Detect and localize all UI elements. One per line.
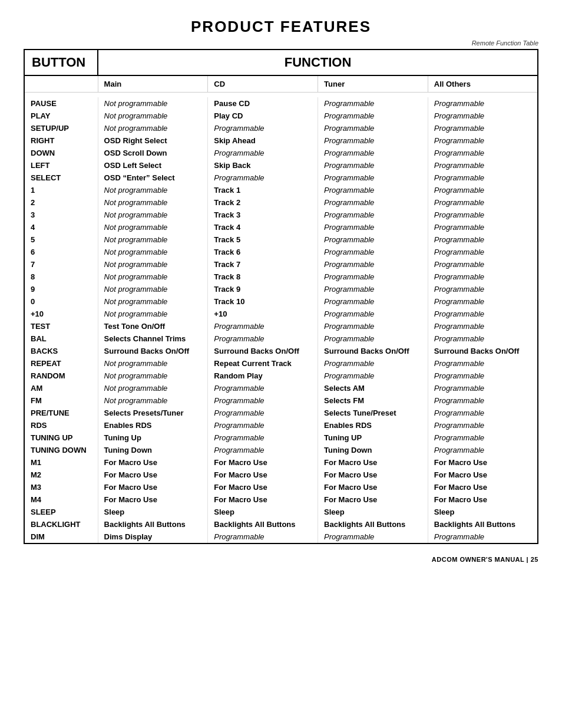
others-cell: Programmable xyxy=(428,531,538,543)
btn-cell: TUNING DOWN xyxy=(24,444,98,456)
others-cell: Backlights All Buttons xyxy=(428,518,538,531)
btn-cell: PLAY xyxy=(24,110,98,122)
others-cell: Programmable xyxy=(428,370,538,382)
table-row: 4 Not programmable Track 4 Programmable … xyxy=(24,221,538,233)
btn-cell: M1 xyxy=(24,456,98,469)
table-row: RDS Enables RDS Programmable Enables RDS… xyxy=(24,419,538,431)
btn-cell: 5 xyxy=(24,233,98,246)
tuner-cell: Programmable xyxy=(318,122,428,134)
tuner-cell: Selects AM xyxy=(318,382,428,394)
btn-cell: FM xyxy=(24,394,98,407)
cd-cell: Track 8 xyxy=(208,271,318,283)
btn-cell: RANDOM xyxy=(24,370,98,382)
tuner-cell: Programmable xyxy=(318,283,428,295)
btn-cell: 9 xyxy=(24,283,98,295)
btn-cell: RDS xyxy=(24,419,98,431)
cd-cell: Track 6 xyxy=(208,246,318,258)
cd-cell: Pause CD xyxy=(208,97,318,110)
others-cell: For Macro Use xyxy=(428,469,538,481)
others-cell: Surround Backs On/Off xyxy=(428,345,538,357)
btn-cell: SETUP/UP xyxy=(24,122,98,134)
tuner-cell: Programmable xyxy=(318,196,428,209)
main-cell: Backlights All Buttons xyxy=(98,518,208,531)
tuner-cell: Selects Tune/Preset xyxy=(318,407,428,419)
col-cd-label: CD xyxy=(208,75,318,93)
cd-cell: For Macro Use xyxy=(208,469,318,481)
table-row: LEFT OSD Left Select Skip Back Programma… xyxy=(24,159,538,172)
main-cell: Selects Presets/Tuner xyxy=(98,407,208,419)
table-row: RANDOM Not programmable Random Play Prog… xyxy=(24,370,538,382)
btn-cell: BACKS xyxy=(24,345,98,357)
cd-cell: Programmable xyxy=(208,122,318,134)
others-cell: Programmable xyxy=(428,357,538,370)
btn-cell: PAUSE xyxy=(24,97,98,110)
cd-cell: Programmable xyxy=(208,382,318,394)
cd-cell: For Macro Use xyxy=(208,493,318,506)
others-cell: Programmable xyxy=(428,209,538,221)
btn-cell: 7 xyxy=(24,258,98,271)
main-cell: For Macro Use xyxy=(98,456,208,469)
others-cell: Sleep xyxy=(428,506,538,518)
tuner-cell: Programmable xyxy=(318,172,428,184)
table-row: FM Not programmable Programmable Selects… xyxy=(24,394,538,407)
main-cell: Not programmable xyxy=(98,394,208,407)
btn-cell: 1 xyxy=(24,184,98,196)
main-cell: Test Tone On/Off xyxy=(98,320,208,332)
cd-cell: Programmable xyxy=(208,419,318,431)
table-row: 5 Not programmable Track 5 Programmable … xyxy=(24,233,538,246)
tuner-cell: Programmable xyxy=(318,233,428,246)
main-cell: For Macro Use xyxy=(98,469,208,481)
table-row: DOWN OSD Scroll Down Programmable Progra… xyxy=(24,147,538,159)
main-cell: Not programmable xyxy=(98,295,208,308)
main-cell: Not programmable xyxy=(98,97,208,110)
cd-cell: Sleep xyxy=(208,506,318,518)
tuner-cell: Tuning UP xyxy=(318,431,428,444)
cd-cell: Programmable xyxy=(208,444,318,456)
main-cell: Not programmable xyxy=(98,271,208,283)
cd-cell: +10 xyxy=(208,308,318,320)
table-row: BLACKLIGHT Backlights All Buttons Backli… xyxy=(24,518,538,531)
subtitle: Remote Function Table xyxy=(24,39,538,47)
cd-cell: For Macro Use xyxy=(208,481,318,493)
btn-cell: +10 xyxy=(24,308,98,320)
table-row: PLAY Not programmable Play CD Programmab… xyxy=(24,110,538,122)
cd-cell: Random Play xyxy=(208,370,318,382)
cd-cell: Programmable xyxy=(208,172,318,184)
main-cell: Not programmable xyxy=(98,370,208,382)
main-cell: Not programmable xyxy=(98,258,208,271)
others-cell: Programmable xyxy=(428,308,538,320)
others-cell: Programmable xyxy=(428,407,538,419)
tuner-cell: Programmable xyxy=(318,357,428,370)
btn-cell: DIM xyxy=(24,531,98,543)
cd-cell: Programmable xyxy=(208,431,318,444)
tuner-cell: Programmable xyxy=(318,221,428,233)
cd-cell: Programmable xyxy=(208,394,318,407)
tuner-cell: Selects FM xyxy=(318,394,428,407)
table-row: BAL Selects Channel Trims Programmable P… xyxy=(24,332,538,345)
main-cell: OSD “Enter” Select xyxy=(98,172,208,184)
cd-cell: Track 9 xyxy=(208,283,318,295)
others-cell: Programmable xyxy=(428,271,538,283)
btn-cell: BAL xyxy=(24,332,98,345)
table-row: 0 Not programmable Track 10 Programmable… xyxy=(24,295,538,308)
cd-cell: Skip Back xyxy=(208,159,318,172)
product-features-table: BUTTON FUNCTION Main CD Tuner All Others… xyxy=(24,49,538,544)
table-row: 8 Not programmable Track 8 Programmable … xyxy=(24,271,538,283)
table-row: AM Not programmable Programmable Selects… xyxy=(24,382,538,394)
tuner-cell: Surround Backs On/Off xyxy=(318,345,428,357)
others-cell: Programmable xyxy=(428,147,538,159)
tuner-cell: Tuning Down xyxy=(318,444,428,456)
main-cell: Not programmable xyxy=(98,283,208,295)
button-header: BUTTON xyxy=(24,50,98,75)
tuner-cell: Programmable xyxy=(318,531,428,543)
cd-cell: Programmable xyxy=(208,147,318,159)
table-row: 3 Not programmable Track 3 Programmable … xyxy=(24,209,538,221)
tuner-cell: Programmable xyxy=(318,271,428,283)
others-cell: Programmable xyxy=(428,320,538,332)
main-cell: Sleep xyxy=(98,506,208,518)
tuner-cell: Programmable xyxy=(318,308,428,320)
others-cell: Programmable xyxy=(428,184,538,196)
function-header: FUNCTION xyxy=(98,50,538,75)
btn-cell: LEFT xyxy=(24,159,98,172)
btn-cell: BLACKLIGHT xyxy=(24,518,98,531)
